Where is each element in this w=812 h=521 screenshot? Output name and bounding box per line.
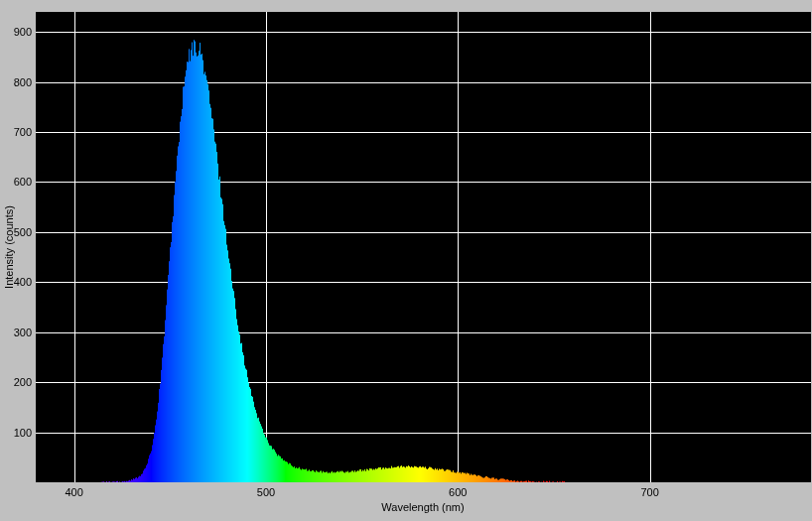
x-tick-label: 600 bbox=[449, 487, 467, 498]
y-tick-label: 300 bbox=[14, 326, 32, 337]
y-tick-label: 500 bbox=[14, 226, 32, 237]
x-axis-title: Wavelength (nm) bbox=[381, 501, 464, 513]
y-tick-label: 600 bbox=[14, 177, 32, 188]
x-tick-label: 500 bbox=[257, 487, 275, 498]
y-tick-label: 100 bbox=[14, 427, 32, 438]
y-tick-label: 200 bbox=[14, 377, 32, 388]
y-axis-title: Intensity (counts) bbox=[3, 205, 15, 289]
spectrograph-chart: 400500600700 100200300400500600700800900… bbox=[0, 0, 812, 521]
x-tick-label: 700 bbox=[640, 487, 658, 498]
y-tick-label: 400 bbox=[14, 277, 32, 288]
y-tick-label: 700 bbox=[14, 127, 32, 138]
y-tick-label: 800 bbox=[14, 76, 32, 87]
spectrum-plot-canvas bbox=[0, 0, 812, 521]
y-tick-label: 900 bbox=[14, 27, 32, 38]
x-tick-label: 400 bbox=[65, 487, 82, 498]
